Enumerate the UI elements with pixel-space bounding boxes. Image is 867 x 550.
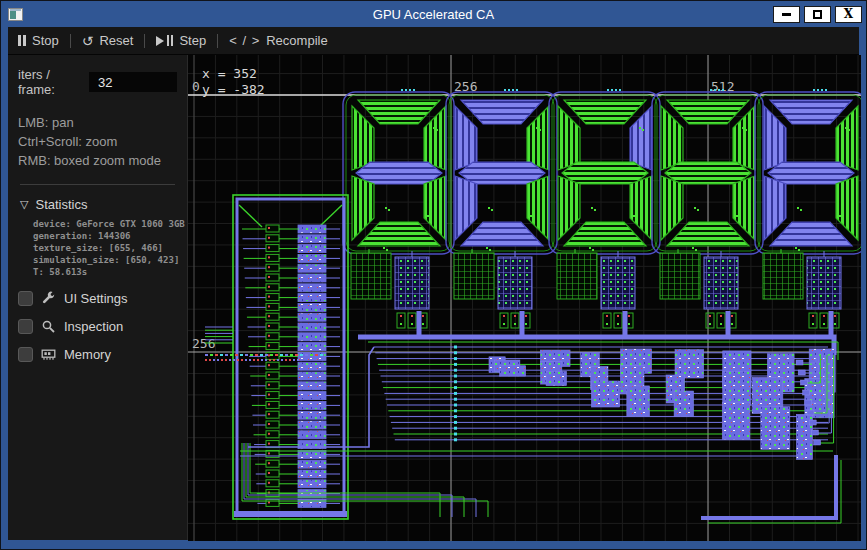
- maximize-icon: [813, 10, 822, 19]
- svg-text:x = 352: x = 352: [202, 66, 257, 81]
- iters-per-frame-input[interactable]: [89, 72, 177, 92]
- toolbar-separator: [70, 34, 71, 48]
- close-icon: X: [844, 8, 853, 20]
- section-label: UI Settings: [64, 291, 128, 306]
- svg-text:y = -382: y = -382: [202, 82, 265, 97]
- collapsed-panel-box[interactable]: [18, 291, 33, 306]
- minimize-button[interactable]: [773, 6, 800, 23]
- hint-lmb: LMB: pan: [18, 113, 177, 132]
- stat-time: T: 58.613s: [33, 266, 185, 278]
- step-button[interactable]: Step: [156, 33, 206, 48]
- mouse-hints: LMB: pan Ctrl+Scroll: zoom RMB: boxed zo…: [18, 113, 177, 170]
- wrench-icon: [41, 291, 56, 306]
- magnifier-icon: [41, 319, 56, 334]
- section-label: Memory: [64, 347, 111, 362]
- close-button[interactable]: X: [835, 6, 862, 23]
- cursor-readout: x = 352y = -382: [202, 66, 265, 97]
- step-play-icon: [156, 36, 164, 46]
- section-ui-settings[interactable]: UI Settings: [18, 291, 177, 306]
- collapse-triangle-icon: ▽: [20, 198, 28, 211]
- toolbar: Stop ↺ Reset Step < / > Recompile: [8, 27, 859, 55]
- minimize-icon: [782, 13, 791, 16]
- stat-simulation-size: simulation_size: [650, 423]: [33, 254, 185, 266]
- section-inspection[interactable]: Inspection: [18, 319, 177, 334]
- hint-ctrl-scroll: Ctrl+Scroll: zoom: [18, 132, 177, 151]
- maximize-button[interactable]: [804, 6, 831, 23]
- titlebar[interactable]: GPU Accelerated CA X: [1, 1, 866, 27]
- step-bars-icon: [167, 35, 173, 46]
- toolbar-separator: [217, 34, 218, 48]
- reset-button[interactable]: ↺ Reset: [82, 33, 134, 48]
- cellular-automaton-view[interactable]: 2565120256x = 352y = -382: [188, 55, 861, 541]
- collapsed-panel-box[interactable]: [18, 347, 33, 362]
- recompile-button[interactable]: < / > Recompile: [229, 33, 327, 48]
- statistics-block: device: GeForce GTX 1060 3GB generation:…: [26, 218, 177, 278]
- code-icon: < / >: [229, 33, 260, 48]
- statistics-title: Statistics: [35, 197, 87, 212]
- memory-icon: [41, 347, 56, 362]
- svg-text:0: 0: [192, 79, 200, 94]
- simulation-canvas[interactable]: 2565120256x = 352y = -382: [188, 55, 859, 540]
- stat-texture-size: texture_size: [655, 466]: [33, 242, 185, 254]
- reset-icon: ↺: [82, 34, 94, 48]
- stat-device: device: GeForce GTX 1060 3GB: [33, 218, 185, 230]
- toolbar-separator: [144, 34, 145, 48]
- window-frame: Stop ↺ Reset Step < / > Recompile i: [8, 27, 859, 540]
- sidebar-divider: [20, 184, 175, 185]
- section-label: Inspection: [64, 319, 123, 334]
- hint-rmb: RMB: boxed zoom mode: [18, 151, 177, 170]
- stop-button[interactable]: Stop: [18, 33, 59, 48]
- app-window: GPU Accelerated CA X Stop ↺ Reset Step: [0, 0, 867, 550]
- collapsed-panel-box[interactable]: [18, 319, 33, 334]
- stat-generation: generation: 144306: [33, 230, 185, 242]
- section-memory[interactable]: Memory: [18, 347, 177, 362]
- window-title: GPU Accelerated CA: [1, 7, 866, 22]
- pause-icon: [18, 35, 26, 46]
- app-icon: [8, 8, 23, 21]
- statistics-header[interactable]: ▽ Statistics: [20, 197, 177, 212]
- iters-per-frame-label: iters / frame:: [18, 67, 81, 97]
- sidebar: iters / frame: LMB: pan Ctrl+Scroll: zoo…: [8, 55, 188, 540]
